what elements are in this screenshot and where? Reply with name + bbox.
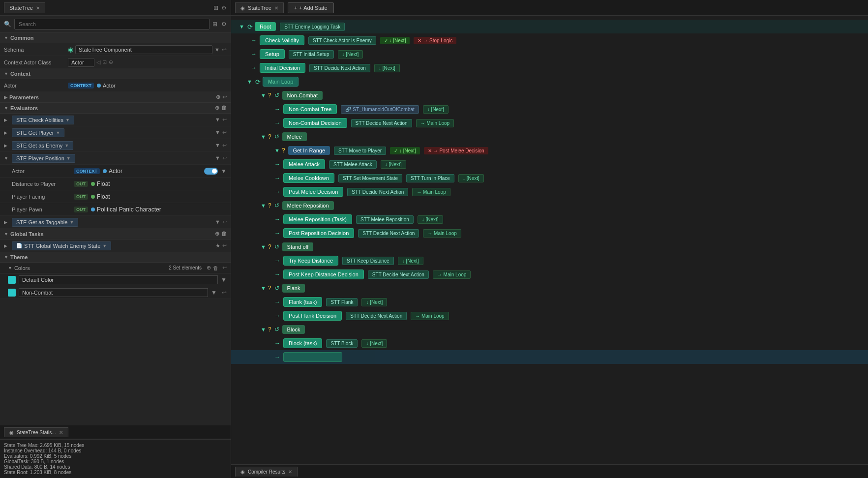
colors-trash-icon[interactable]: 🗑 <box>213 265 218 271</box>
mrt-chip[interactable]: Melee Reposition (Task) <box>283 214 352 224</box>
schema-dropdown-icon[interactable]: ▼ <box>214 47 220 53</box>
settings-icon[interactable]: ⚙ <box>221 21 227 28</box>
eval4-reset-icon[interactable]: ↩ <box>222 219 227 225</box>
pp-actor-toggle[interactable] <box>204 168 218 175</box>
eval3-expand-icon[interactable]: ▼ <box>4 156 10 161</box>
gear-icon[interactable]: ⚙ <box>221 4 227 11</box>
left-tab-statetree[interactable]: StateTree ✕ <box>4 2 45 13</box>
pf-chip[interactable]: Post Flank Decision <box>283 311 342 321</box>
eval4-expand-icon[interactable]: ▶ <box>4 220 10 225</box>
eval1-name[interactable]: STE Get Player ▼ <box>12 128 64 137</box>
color1-reset-icon[interactable]: ↩ <box>222 289 227 296</box>
gir-collapse-icon[interactable]: ▼ <box>274 148 280 153</box>
gt-add-icon[interactable]: ⊕ <box>215 231 219 237</box>
eval-add-icon[interactable]: ⊕ <box>215 105 219 111</box>
m-chip[interactable]: Melee <box>282 132 307 141</box>
right-tab-statetree[interactable]: ◉ StateTree ✕ <box>235 2 284 13</box>
search-input[interactable] <box>14 19 210 30</box>
schema-reset-icon[interactable]: ↩ <box>222 46 227 53</box>
right-tab-close-icon[interactable]: ✕ <box>274 5 278 11</box>
eval4-expand2-icon[interactable]: ▼ <box>215 219 220 225</box>
ncd-chip[interactable]: Non-Combat Decision <box>283 118 347 128</box>
nc-collapse-icon[interactable]: ▼ <box>261 92 266 98</box>
gt-name[interactable]: 📄 STT Global Watch Enemy State ▼ <box>12 241 111 250</box>
color0-dropdown-icon[interactable]: ▼ <box>221 276 227 283</box>
stats-tab-close-icon[interactable]: ✕ <box>59 430 63 435</box>
eval0-expand-icon[interactable]: ▶ <box>4 118 10 122</box>
pp-actor-dropdown-icon[interactable]: ▼ <box>221 168 227 175</box>
eval2-name[interactable]: STE Get as Enemy ▼ <box>12 141 73 150</box>
gt-expand-icon[interactable]: ▶ <box>4 243 10 248</box>
context-actor-select[interactable]: Actor <box>68 58 94 67</box>
eval4-name[interactable]: STE Get as Taggable ▼ <box>12 218 78 227</box>
nc-chip[interactable]: Non-Combat <box>282 91 323 100</box>
eval0-expand2-icon[interactable]: ▼ <box>215 117 220 123</box>
eval1-reset-icon[interactable]: ↩ <box>222 129 227 136</box>
ctx-actor-icon1[interactable]: ◁ <box>96 59 100 65</box>
left-tab-close-icon[interactable]: ✕ <box>36 5 40 11</box>
mc-chip[interactable]: Melee Cooldown <box>283 173 334 183</box>
add-state-button[interactable]: + + Add State <box>288 2 334 13</box>
b-chip[interactable]: Block <box>282 325 305 334</box>
root-collapse-icon[interactable]: ▼ <box>239 24 244 30</box>
cv-chip[interactable]: Check Validity <box>260 35 304 45</box>
section-parameters[interactable]: ▶ Parameters ⊕ ↩ <box>0 92 231 103</box>
mr-chip[interactable]: Melee Reposition <box>282 201 334 210</box>
color0-swatch[interactable] <box>8 276 16 284</box>
section-common[interactable]: ▼ Common <box>0 33 231 43</box>
ma-chip[interactable]: Melee Attack <box>283 159 325 169</box>
f-chip[interactable]: Flank <box>282 284 305 293</box>
gt-dropdown-icon[interactable]: ▼ <box>102 243 107 248</box>
section-evaluators[interactable]: ▼ Evaluators ⊕ 🗑 <box>0 103 231 114</box>
pmd-chip[interactable]: Post Melee Decision <box>283 187 343 197</box>
eval4-dropdown-icon[interactable]: ▼ <box>69 220 74 225</box>
color1-input[interactable] <box>19 288 208 297</box>
nct-chip[interactable]: Non-Combat Tree <box>283 104 337 114</box>
table-icon[interactable]: ⊞ <box>212 21 217 28</box>
b-collapse-icon[interactable]: ▼ <box>261 327 266 332</box>
eval1-expand-icon[interactable]: ▶ <box>4 130 10 135</box>
so-chip[interactable]: Stand off <box>282 242 314 251</box>
eval-trash-icon[interactable]: 🗑 <box>221 105 227 111</box>
section-context[interactable]: ▼ Context <box>0 69 231 79</box>
ctx-actor-icon2[interactable]: ⊡ <box>102 59 107 65</box>
section-global-tasks[interactable]: ▼ Global Tasks ⊕ 🗑 <box>0 229 231 239</box>
color1-swatch[interactable] <box>8 289 16 297</box>
eval3-expand2-icon[interactable]: ▼ <box>215 155 220 161</box>
compiler-close-icon[interactable]: ✕ <box>288 469 292 475</box>
gir-chip[interactable]: Get In Range <box>288 146 330 155</box>
section-theme[interactable]: ▼ Theme <box>0 252 231 263</box>
eval2-dropdown-icon[interactable]: ▼ <box>64 143 69 148</box>
params-reset-icon[interactable]: ↩ <box>222 94 227 100</box>
pkd-chip[interactable]: Post Keep Distance Decision <box>283 269 364 279</box>
eval2-expand2-icon[interactable]: ▼ <box>215 142 220 149</box>
colors-reset-icon[interactable]: ↩ <box>222 265 227 271</box>
stats-tab[interactable]: ◉ StateTree Statis... ✕ <box>4 427 68 437</box>
ml-chip[interactable]: Main Loop <box>263 77 299 87</box>
color0-input[interactable] <box>19 275 218 284</box>
eval0-dropdown-icon[interactable]: ▼ <box>65 118 70 122</box>
m-collapse-icon[interactable]: ▼ <box>261 134 266 140</box>
f-collapse-icon[interactable]: ▼ <box>261 285 266 291</box>
grid-icon[interactable]: ⊞ <box>213 4 218 11</box>
compiler-results-tab[interactable]: ◉ Compiler Results ✕ <box>235 467 298 477</box>
schema-value-text[interactable]: StateTree Component <box>75 45 212 54</box>
eval3-dropdown-icon[interactable]: ▼ <box>66 156 71 161</box>
gt-trash-icon[interactable]: 🗑 <box>221 231 227 237</box>
colors-arrow-icon[interactable]: ▼ <box>8 266 12 270</box>
mr-collapse-icon[interactable]: ▼ <box>261 203 266 209</box>
ctx-actor-icon3[interactable]: ⊕ <box>109 59 113 65</box>
eval3-name[interactable]: STE Player Position ▼ <box>12 154 75 163</box>
colors-add-icon[interactable]: ⊕ <box>207 265 211 271</box>
ml-collapse-icon[interactable]: ▼ <box>247 79 252 85</box>
root-chip[interactable]: Root <box>255 22 276 31</box>
setup-chip[interactable]: Setup <box>260 49 285 59</box>
gt-reset-icon[interactable]: ↩ <box>222 242 227 249</box>
eval1-expand2-icon[interactable]: ▼ <box>215 129 220 136</box>
bt-chip[interactable]: Block (task) <box>283 338 322 348</box>
eval2-expand-icon[interactable]: ▶ <box>4 143 10 148</box>
id-chip[interactable]: Initial Decision <box>260 63 305 73</box>
gt-star-icon[interactable]: ★ <box>215 242 220 249</box>
params-add-icon[interactable]: ⊕ <box>216 94 220 100</box>
eval3-reset-icon[interactable]: ↩ <box>222 155 227 161</box>
